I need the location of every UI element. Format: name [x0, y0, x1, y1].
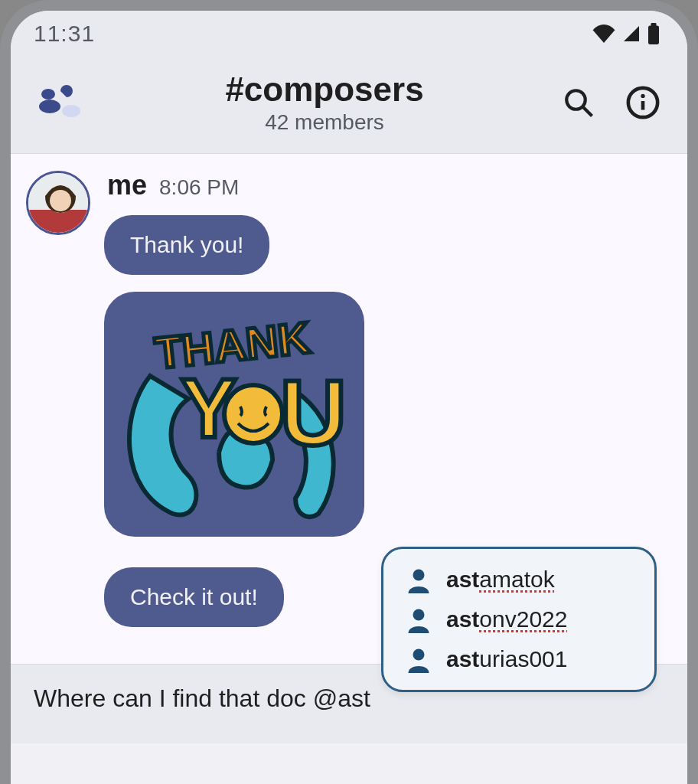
svg-point-5	[566, 90, 585, 109]
info-icon[interactable]	[623, 83, 663, 122]
sticker-thank-you[interactable]: THANK Y U	[104, 292, 364, 537]
svg-rect-0	[648, 26, 659, 45]
channel-header[interactable]: #composers 42 members	[96, 70, 553, 135]
status-icons	[592, 23, 660, 44]
mention-suggestion[interactable]: astamatok	[402, 560, 636, 599]
svg-point-20	[413, 649, 425, 661]
person-icon	[405, 566, 432, 593]
wifi-icon	[592, 24, 615, 43]
svg-point-17	[224, 385, 282, 443]
mention-suggestions: astamatok astonv2022 asturias001	[381, 547, 657, 692]
svg-point-3	[39, 100, 60, 113]
message-bubble[interactable]: Thank you!	[104, 215, 269, 275]
compose-text: Where can I find that doc @ast	[34, 684, 370, 712]
search-icon[interactable]	[559, 83, 599, 122]
svg-point-18	[413, 570, 425, 581]
person-icon	[405, 606, 432, 633]
status-bar: 11:31	[11, 11, 687, 57]
message-time: 8:06 PM	[159, 175, 239, 200]
sender-name: me	[107, 169, 147, 201]
svg-line-6	[582, 106, 592, 116]
cell-icon	[621, 24, 641, 43]
battery-icon	[647, 23, 660, 44]
mention-label: asturias001	[446, 646, 567, 672]
mention-label: astonv2022	[446, 606, 567, 632]
svg-text:U: U	[280, 361, 347, 464]
svg-point-19	[413, 609, 425, 621]
svg-point-2	[41, 89, 55, 100]
status-time: 11:31	[34, 21, 95, 47]
avatar[interactable]	[26, 171, 90, 235]
svg-point-8	[641, 94, 644, 98]
member-count: 42 members	[96, 110, 553, 135]
mention-label: astamatok	[446, 567, 555, 593]
mention-suggestion[interactable]: asturias001	[402, 639, 636, 679]
message-bubble[interactable]: Check it out!	[104, 567, 284, 627]
svg-rect-1	[651, 23, 657, 27]
svg-point-4	[62, 105, 80, 117]
mention-suggestion[interactable]: astonv2022	[402, 599, 636, 639]
app-bar: #composers 42 members	[11, 57, 687, 154]
app-icon[interactable]	[29, 80, 90, 126]
channel-name: #composers	[96, 70, 553, 109]
svg-rect-11	[28, 210, 90, 235]
device-frame: 11:31 #composers 42 members	[0, 0, 698, 784]
svg-point-13	[50, 190, 71, 211]
person-icon	[405, 645, 432, 673]
